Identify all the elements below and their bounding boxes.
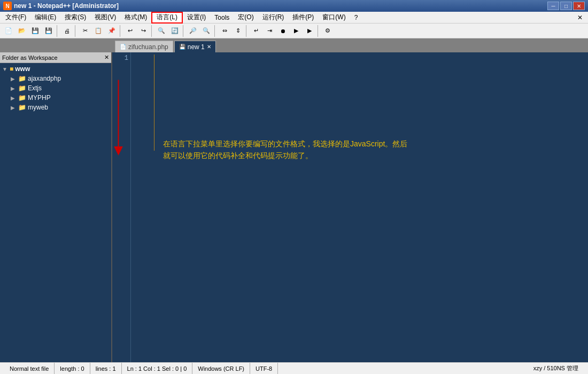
tree-item-myphp[interactable]: ▶ 📁 MYPHP bbox=[0, 93, 111, 103]
editor-gutter: 1 在语言下拉菜单里选择你要编写的文件格式，我选择的是JavaScript。然后… bbox=[112, 52, 588, 362]
tree-label-myphp: MYPHP bbox=[28, 94, 51, 102]
new-button[interactable]: 📄 bbox=[2, 25, 15, 37]
editor-content[interactable]: 在语言下拉菜单里选择你要编写的文件格式，我选择的是JavaScript。然后 就… bbox=[131, 52, 588, 362]
menu-plugins[interactable]: 插件(P) bbox=[288, 12, 318, 24]
expand-icon-myweb: ▶ bbox=[11, 105, 18, 111]
print-button[interactable]: 🖨 bbox=[60, 25, 73, 37]
tree-label-extjs: Extjs bbox=[28, 84, 42, 92]
menu-format[interactable]: 格式(M) bbox=[120, 12, 151, 24]
tab-new1[interactable]: 💾 new 1 ✕ bbox=[174, 41, 216, 52]
sidebar-close-button[interactable]: ✕ bbox=[104, 54, 109, 61]
undo-button[interactable]: ↩ bbox=[123, 25, 136, 37]
tab-bar: 📄 zifuchuan.php 💾 new 1 ✕ bbox=[0, 38, 588, 52]
tab-close-new1[interactable]: ✕ bbox=[207, 44, 211, 50]
menu-tools[interactable]: Tools bbox=[210, 12, 234, 24]
menu-view[interactable]: 视图(V) bbox=[90, 12, 120, 24]
status-line-ending: Windows (CR LF) bbox=[192, 363, 250, 374]
run-button[interactable]: ▶ bbox=[303, 25, 316, 37]
menu-file[interactable]: 文件(F) bbox=[1, 12, 30, 24]
annotation-line1: 在语言下拉菜单里选择你要编写的文件格式，我选择的是JavaScript。然后 bbox=[163, 138, 407, 150]
status-length: length : 0 bbox=[55, 363, 90, 374]
tab-icon-new1: 💾 bbox=[179, 44, 185, 50]
tree-label-www: www bbox=[15, 65, 30, 73]
line-ending-label: Windows (CR LF) bbox=[198, 365, 244, 372]
cut-button[interactable]: ✂ bbox=[79, 25, 91, 37]
tree-item-myweb[interactable]: ▶ 📁 myweb bbox=[0, 103, 111, 112]
editor-area[interactable]: 1 在语言下拉菜单里选择你要编写的文件格式，我选择的是JavaScript。然后… bbox=[112, 52, 588, 362]
menu-macro[interactable]: 宏(O) bbox=[234, 12, 258, 24]
indent-button[interactable]: ⇥ bbox=[263, 25, 276, 37]
menu-edit[interactable]: 编辑(E) bbox=[30, 12, 60, 24]
line-number-1: 1 bbox=[114, 54, 128, 62]
sidebar: Folder as Workspace ✕ ▼ ■ www ▶ 📁 ajaxan… bbox=[0, 52, 112, 362]
tree-label-myweb: myweb bbox=[28, 104, 48, 111]
status-user: xzy / 510NS 管理 bbox=[528, 363, 584, 374]
window-title: new 1 - Notepad++ [Administrator] bbox=[14, 2, 119, 10]
menu-run[interactable]: 运行(R) bbox=[258, 12, 289, 24]
menu-settings[interactable]: 设置(I) bbox=[183, 12, 210, 24]
wrap-button[interactable]: ↵ bbox=[250, 25, 262, 37]
folder-icon-www: ■ bbox=[10, 65, 13, 73]
save-all-button[interactable]: 💾 bbox=[42, 25, 55, 37]
maximize-button[interactable]: □ bbox=[560, 2, 572, 10]
expand-icon-myphp: ▶ bbox=[11, 95, 18, 101]
tab-label-zifuchuan: zifuchuan.php bbox=[128, 43, 168, 51]
length-label: length : 0 bbox=[60, 365, 84, 372]
menu-help[interactable]: ? bbox=[350, 12, 362, 24]
menu-language[interactable]: 语言(L) bbox=[151, 12, 183, 24]
redo-button[interactable]: ↪ bbox=[137, 25, 150, 37]
tree-item-ajaxandphp[interactable]: ▶ 📁 ajaxandphp bbox=[0, 74, 111, 83]
line-numbers: 1 bbox=[112, 52, 131, 362]
folder-icon-myweb: 📁 bbox=[18, 104, 26, 111]
annotation-line2: 就可以使用它的代码补全和代码提示功能了。 bbox=[163, 150, 407, 161]
menu-close-icon[interactable]: ✕ bbox=[573, 13, 587, 22]
editor-annotation: 在语言下拉菜单里选择你要编写的文件格式，我选择的是JavaScript。然后 就… bbox=[163, 138, 407, 162]
status-encoding: UTF-8 bbox=[250, 363, 278, 374]
macro-rec-button[interactable]: ⏺ bbox=[276, 25, 289, 37]
menu-search[interactable]: 搜索(S) bbox=[60, 12, 90, 24]
window-controls: ─ □ ✕ bbox=[547, 2, 585, 10]
macro-play-button[interactable]: ▶ bbox=[290, 25, 303, 37]
menu-window[interactable]: 窗口(W) bbox=[318, 12, 350, 24]
toolbar-sep-5 bbox=[183, 25, 185, 37]
user-label: xzy / 510NS 管理 bbox=[533, 364, 578, 372]
status-position: Ln : 1 Col : 1 Sel : 0 | 0 bbox=[122, 363, 193, 374]
toolbar-sep-1 bbox=[57, 25, 59, 37]
tab-label-new1: new 1 bbox=[188, 43, 205, 51]
status-lines: lines : 1 bbox=[90, 363, 122, 374]
expand-icon-extjs: ▶ bbox=[11, 85, 18, 91]
title-bar-left: N new 1 - Notepad++ [Administrator] bbox=[3, 2, 119, 10]
zoom-out-button[interactable]: 🔍 bbox=[200, 25, 213, 37]
sidebar-header: Folder as Workspace ✕ bbox=[0, 52, 111, 63]
toolbar-sep-7 bbox=[246, 25, 248, 37]
title-bar: N new 1 - Notepad++ [Administrator] ─ □ … bbox=[0, 0, 588, 12]
tree-item-extjs[interactable]: ▶ 📁 Extjs bbox=[0, 83, 111, 93]
expand-icon-www: ▼ bbox=[2, 66, 10, 72]
toolbar: 📄 📂 💾 💾 🖨 ✂ 📋 📌 ↩ ↪ 🔍 🔄 🔎 🔍 ⇔ ⇕ ↵ ⇥ ⏺ ▶ … bbox=[0, 24, 588, 38]
zoom-in-button[interactable]: 🔎 bbox=[187, 25, 199, 37]
minimize-button[interactable]: ─ bbox=[547, 2, 559, 10]
encoding-label: UTF-8 bbox=[256, 365, 272, 372]
paste-button[interactable]: 📌 bbox=[105, 25, 118, 37]
replace-button[interactable]: 🔄 bbox=[168, 25, 181, 37]
folder-icon-ajaxandphp: 📁 bbox=[18, 75, 26, 82]
folder-icon-extjs: 📁 bbox=[18, 84, 26, 92]
text-cursor bbox=[154, 54, 154, 151]
toolbar-sep-4 bbox=[151, 25, 153, 37]
tab-icon-zifuchuan: 📄 bbox=[120, 44, 126, 50]
close-button[interactable]: ✕ bbox=[573, 2, 585, 10]
tree-item-www[interactable]: ▼ ■ www bbox=[0, 64, 111, 74]
status-bar: Normal text file length : 0 lines : 1 Ln… bbox=[0, 362, 588, 374]
open-button[interactable]: 📂 bbox=[16, 25, 28, 37]
tree-label-ajaxandphp: ajaxandphp bbox=[28, 75, 61, 82]
file-tree: ▼ ■ www ▶ 📁 ajaxandphp ▶ 📁 Extjs ▶ 📁 bbox=[0, 63, 111, 362]
extra-button[interactable]: ⚙ bbox=[321, 25, 334, 37]
find-button[interactable]: 🔍 bbox=[155, 25, 168, 37]
tab-zifuchuan[interactable]: 📄 zifuchuan.php bbox=[115, 41, 173, 52]
main-area: Folder as Workspace ✕ ▼ ■ www ▶ 📁 ajaxan… bbox=[0, 52, 588, 362]
app-icon: N bbox=[3, 2, 12, 10]
sync-v-button[interactable]: ⇕ bbox=[231, 25, 244, 37]
save-button[interactable]: 💾 bbox=[29, 25, 42, 37]
copy-button[interactable]: 📋 bbox=[92, 25, 105, 37]
sync-h-button[interactable]: ⇔ bbox=[218, 25, 231, 37]
